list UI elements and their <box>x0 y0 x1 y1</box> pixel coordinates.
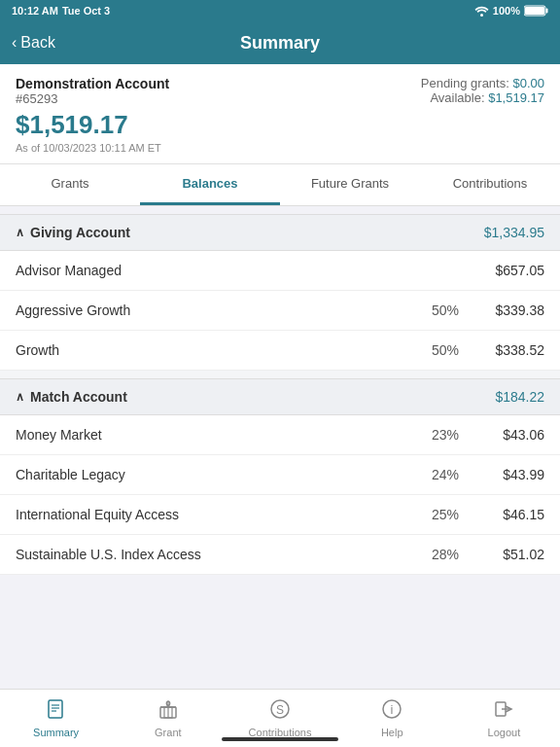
row-name: International Equity Access <box>16 507 179 522</box>
account-name: Demonstration Account <box>16 76 169 91</box>
logout-icon <box>493 698 514 725</box>
row-pct: 28% <box>428 547 459 562</box>
row-right: 28% $51.02 <box>428 547 544 562</box>
row-pct: 24% <box>428 467 459 482</box>
summary-icon <box>46 698 67 725</box>
help-icon: i <box>381 698 402 725</box>
account-header: Demonstration Account #65293 $1,519.17 A… <box>0 64 560 164</box>
row-sustainable-index: Sustainable U.S. Index Access 28% $51.02 <box>0 535 560 575</box>
row-name: Advisor Managed <box>16 263 122 278</box>
row-right: 50% $338.52 <box>428 342 544 358</box>
time: 10:12 AM <box>12 5 58 17</box>
contributions-icon: S <box>269 698 291 725</box>
row-amount: $43.06 <box>482 427 544 443</box>
account-number: #65293 <box>16 91 169 106</box>
svg-point-0 <box>480 14 483 17</box>
wifi-icon <box>474 6 489 17</box>
chevron-up-icon: ∧ <box>16 390 24 404</box>
section-header-left: ∧ Giving Account <box>16 225 130 240</box>
status-bar-left: 10:12 AM Tue Oct 3 <box>12 5 110 17</box>
svg-text:i: i <box>391 702 394 717</box>
status-bar-right: 100% <box>474 5 548 17</box>
match-account-label: Match Account <box>30 389 127 405</box>
row-amount: $338.52 <box>482 342 544 358</box>
tab-contributions[interactable]: Contributions <box>420 164 560 205</box>
tab-balances[interactable]: Balances <box>140 164 280 205</box>
battery-icon <box>524 5 548 17</box>
row-name: Growth <box>16 342 59 358</box>
battery: 100% <box>493 5 520 17</box>
row-amount: $43.99 <box>482 467 544 482</box>
tab-grants[interactable]: Grants <box>0 164 140 205</box>
bottom-tab-label-logout: Logout <box>488 727 521 738</box>
match-account-section-header: ∧ Match Account $184.22 <box>0 378 560 415</box>
bottom-tab-label-summary: Summary <box>33 727 79 738</box>
row-amount: $657.05 <box>482 263 544 278</box>
row-amount: $339.38 <box>482 302 544 318</box>
back-label: Back <box>20 34 55 52</box>
row-growth: Growth 50% $338.52 <box>0 331 560 371</box>
bottom-tab-label-grant: Grant <box>155 727 182 738</box>
nav-bar: ‹ Back Summary <box>0 21 560 64</box>
giving-account-section-header: ∧ Giving Account $1,334.95 <box>0 214 560 251</box>
bottom-tab-help[interactable]: i Help <box>336 690 448 747</box>
account-date: As of 10/03/2023 10:11 AM ET <box>16 142 169 154</box>
row-pct: 25% <box>428 507 459 522</box>
available-balance: Available: $1,519.17 <box>421 90 544 105</box>
available-label: Available: <box>430 90 484 105</box>
match-account-total: $184.22 <box>495 389 544 405</box>
row-right: $657.05 <box>428 263 544 278</box>
account-balance: $1,519.17 <box>16 110 169 140</box>
account-info: Demonstration Account #65293 $1,519.17 A… <box>16 76 169 154</box>
row-charitable-legacy: Charitable Legacy 24% $43.99 <box>0 455 560 495</box>
row-right: 23% $43.06 <box>428 427 544 443</box>
content-area: ∧ Giving Account $1,334.95 Advisor Manag… <box>0 214 560 575</box>
section-header-left: ∧ Match Account <box>16 389 127 405</box>
svg-rect-3 <box>525 7 544 15</box>
page-title: Summary <box>240 33 320 53</box>
tabs-container: Grants Balances Future Grants Contributi… <box>0 164 560 206</box>
chevron-up-icon: ∧ <box>16 226 24 239</box>
row-right: 24% $43.99 <box>428 467 544 482</box>
row-pct: 23% <box>428 427 459 443</box>
giving-account-label: Giving Account <box>30 225 130 240</box>
status-bar: 10:12 AM Tue Oct 3 100% <box>0 0 560 21</box>
row-pct: 50% <box>428 302 459 318</box>
row-name: Aggressive Growth <box>16 302 130 318</box>
date: Tue Oct 3 <box>62 5 110 17</box>
available-amount: $1,519.17 <box>488 90 544 105</box>
pending-amount: $0.00 <box>512 76 544 90</box>
row-right: 25% $46.15 <box>428 507 544 522</box>
back-button[interactable]: ‹ Back <box>12 34 55 52</box>
tab-future-grants[interactable]: Future Grants <box>280 164 420 205</box>
pending-grants: Pending grants: $0.00 <box>421 76 544 90</box>
bottom-tab-summary[interactable]: Summary <box>0 690 112 747</box>
bottom-tab-logout[interactable]: Logout <box>448 690 560 747</box>
bottom-tab-label-help: Help <box>381 727 403 738</box>
svg-rect-4 <box>49 700 62 718</box>
row-amount: $46.15 <box>482 507 544 522</box>
grant-icon <box>158 698 179 725</box>
row-right: 50% $339.38 <box>428 302 544 318</box>
svg-text:S: S <box>276 703 284 717</box>
row-amount: $51.02 <box>482 547 544 562</box>
row-name: Sustainable U.S. Index Access <box>16 547 201 562</box>
row-money-market: Money Market 23% $43.06 <box>0 415 560 455</box>
row-name: Money Market <box>16 427 102 443</box>
account-grants: Pending grants: $0.00 Available: $1,519.… <box>421 76 544 105</box>
row-name: Charitable Legacy <box>16 467 125 482</box>
row-advisor-managed: Advisor Managed $657.05 <box>0 251 560 291</box>
bottom-tab-grant[interactable]: Grant <box>112 690 224 747</box>
row-international-equity: International Equity Access 25% $46.15 <box>0 495 560 535</box>
pending-label: Pending grants: <box>421 76 509 90</box>
giving-account-total: $1,334.95 <box>484 225 544 240</box>
home-indicator <box>222 737 338 741</box>
back-chevron-icon: ‹ <box>12 34 17 52</box>
svg-rect-2 <box>546 9 548 14</box>
row-aggressive-growth: Aggressive Growth 50% $339.38 <box>0 291 560 331</box>
row-pct: 50% <box>428 342 459 358</box>
